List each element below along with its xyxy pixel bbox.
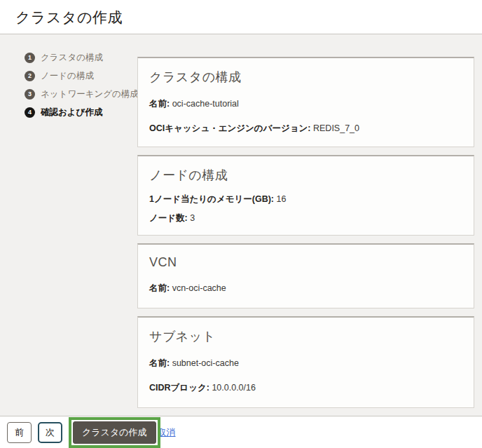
step-4-label: 確認および作成 xyxy=(41,107,102,118)
field-memory-per-node: 1ノード当たりのメモリー(GB): 16 xyxy=(149,194,462,205)
card-title-cluster-config: クラスタの構成 xyxy=(149,69,462,86)
wizard-steps-nav: 1 クラスタの構成 2 ノードの構成 3 ネットワーキングの構成 4 確認および… xyxy=(0,34,137,416)
click-highlight-annotation: クラスタの作成 xyxy=(69,417,160,448)
wizard-step-node-config[interactable]: 2 ノードの構成 xyxy=(25,71,137,81)
content-area: 1 クラスタの構成 2 ノードの構成 3 ネットワーキングの構成 4 確認および… xyxy=(0,34,482,416)
field-node-count-label: ノード数: xyxy=(149,213,188,223)
page-title: クラスタの作成 xyxy=(15,8,482,27)
field-engine-version-label: OCIキャッシュ・エンジンのバージョン: xyxy=(149,123,311,133)
step-3-label: ネットワーキングの構成 xyxy=(41,88,139,100)
field-subnet-name-label: 名前: xyxy=(149,358,170,368)
summary-card-cluster-config: クラスタの構成 名前: oci-cache-tutorial OCIキャッシュ・… xyxy=(137,57,474,147)
field-cidr-block: CIDRブロック: 10.0.0.0/16 xyxy=(149,382,462,394)
wizard-footer: 前 次 クラスタの作成 取消 xyxy=(0,416,482,448)
field-cidr-block-label: CIDRブロック: xyxy=(149,383,209,393)
step-1-number-badge: 1 xyxy=(25,53,35,63)
summary-card-subnet: サブネット 名前: subnet-oci-cache CIDRブロック: 10.… xyxy=(137,316,474,408)
next-button[interactable]: 次 xyxy=(38,422,62,443)
field-vcn-name-value: vcn-oci-cache xyxy=(172,283,226,293)
field-vcn-name-label: 名前: xyxy=(149,283,170,293)
step-2-number-badge: 2 xyxy=(25,71,35,81)
summary-card-node-config: ノードの構成 1ノード当たりのメモリー(GB): 16 ノード数: 3 xyxy=(137,155,474,236)
card-title-subnet: サブネット xyxy=(149,328,462,345)
field-subnet-name-value: subnet-oci-cache xyxy=(172,358,239,368)
field-subnet-name: 名前: subnet-oci-cache xyxy=(149,358,462,369)
field-cluster-name-label: 名前: xyxy=(149,99,170,109)
step-1-label: クラスタの構成 xyxy=(41,52,103,64)
create-cluster-page: クラスタの作成 1 クラスタの構成 2 ノードの構成 3 ネットワーキングの構成… xyxy=(0,0,482,448)
step-2-label: ノードの構成 xyxy=(41,70,94,82)
step-4-number-badge: 4 xyxy=(25,107,35,118)
field-memory-per-node-value: 16 xyxy=(277,194,287,204)
field-engine-version: OCIキャッシュ・エンジンのバージョン: REDIS_7_0 xyxy=(149,123,462,135)
step-3-number-badge: 3 xyxy=(25,89,35,100)
review-panels: クラスタの構成 名前: oci-cache-tutorial OCIキャッシュ・… xyxy=(137,34,482,416)
field-engine-version-value: REDIS_7_0 xyxy=(313,123,359,133)
wizard-step-networking-config[interactable]: 3 ネットワーキングの構成 xyxy=(25,89,137,100)
wizard-step-review-create[interactable]: 4 確認および作成 xyxy=(25,107,137,118)
card-title-vcn: VCN xyxy=(149,255,462,270)
field-node-count: ノード数: 3 xyxy=(149,212,462,224)
field-node-count-value: 3 xyxy=(190,213,195,223)
page-header: クラスタの作成 xyxy=(0,0,482,34)
create-cluster-button[interactable]: クラスタの作成 xyxy=(73,421,156,444)
field-cluster-name-value: oci-cache-tutorial xyxy=(172,99,239,109)
card-title-node-config: ノードの構成 xyxy=(149,167,462,184)
field-vcn-name: 名前: vcn-oci-cache xyxy=(149,283,462,294)
wizard-step-cluster-config[interactable]: 1 クラスタの構成 xyxy=(25,53,137,63)
summary-card-vcn: VCN 名前: vcn-oci-cache xyxy=(137,243,474,308)
field-cidr-block-value: 10.0.0.0/16 xyxy=(212,383,256,393)
previous-button[interactable]: 前 xyxy=(7,422,32,443)
field-cluster-name: 名前: oci-cache-tutorial xyxy=(149,98,462,110)
field-memory-per-node-label: 1ノード当たりのメモリー(GB): xyxy=(149,194,274,204)
